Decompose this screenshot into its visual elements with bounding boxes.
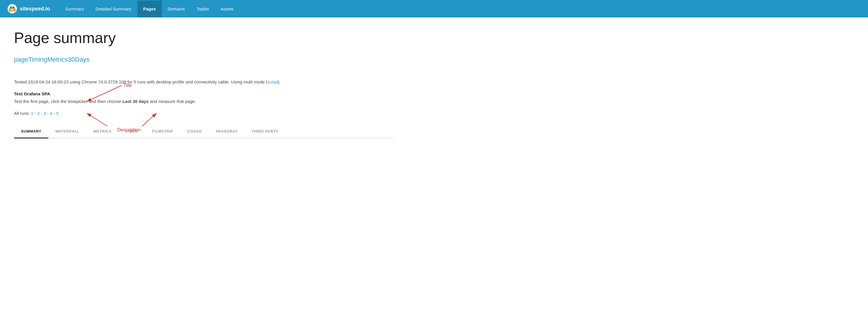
svg-point-10 xyxy=(9,8,11,12)
test-info-text: Tested 2019-04-24 16:00:23 using Chrome … xyxy=(14,78,394,85)
annotations-area: Title Description Test Grafana SPA Test … xyxy=(14,91,394,105)
test-info-end: ). xyxy=(278,79,280,84)
tab-waterfall[interactable]: WATERFALL xyxy=(48,125,87,138)
nav-link-detailed-summary[interactable]: Detailed Summary xyxy=(90,1,137,17)
page-title: Page summary xyxy=(14,29,394,46)
tab-summary[interactable]: SUMMARY xyxy=(14,125,48,138)
nav-item-assets[interactable]: Assets xyxy=(215,1,240,17)
main-nav: sitespeed.io Summary Detailed Summary Pa… xyxy=(0,0,868,17)
all-runs-label: All runs: xyxy=(14,111,30,116)
svg-point-8 xyxy=(13,7,14,7)
run-sep-2: - xyxy=(41,111,44,116)
svg-point-7 xyxy=(11,7,12,7)
tab-bar: SUMMARY WATERFALL METRICS VIDEO FILMSTRI… xyxy=(14,125,394,138)
svg-point-5 xyxy=(10,7,12,8)
nav-item-detailed-summary[interactable]: Detailed Summary xyxy=(90,1,137,17)
run-1-link[interactable]: 1 xyxy=(31,111,33,116)
script-desc-bold: Last 30 days xyxy=(123,99,149,104)
tab-third-party[interactable]: THIRD PARTY xyxy=(245,125,285,138)
tab-coach[interactable]: COACH xyxy=(180,125,209,138)
run-sep-1: - xyxy=(35,111,37,116)
svg-point-6 xyxy=(13,7,14,8)
nav-item-summary[interactable]: Summary xyxy=(59,1,90,17)
nav-menu: Summary Detailed Summary Pages Domains T… xyxy=(59,1,240,17)
main-content: Page summary pageTimingMetrics30Days Tes… xyxy=(0,17,407,150)
script-desc-prefix: Test the first page, click the timepicke… xyxy=(14,99,123,104)
run-5-link[interactable]: 5 xyxy=(56,111,59,116)
nav-item-pages[interactable]: Pages xyxy=(137,1,162,17)
script-link[interactable]: script xyxy=(268,79,278,84)
page-timing-link[interactable]: pageTimingMetrics30Days xyxy=(14,56,90,63)
run-3-link[interactable]: 3 xyxy=(44,111,46,116)
all-runs-line: All runs: 1 - 2 - 3 - 4 - 5 xyxy=(14,111,394,116)
nav-item-toplist[interactable]: Toplist xyxy=(191,1,215,17)
nav-link-domains[interactable]: Domains xyxy=(162,1,191,17)
svg-point-11 xyxy=(13,8,16,12)
nav-link-assets[interactable]: Assets xyxy=(215,1,240,17)
script-description: Test the first page, click the timepicke… xyxy=(14,98,394,105)
script-desc-suffix: and measure that page. xyxy=(149,99,196,104)
run-sep-4: - xyxy=(54,111,56,116)
run-4-link[interactable]: 4 xyxy=(50,111,52,116)
sitespeed-logo xyxy=(7,3,18,14)
nav-link-toplist[interactable]: Toplist xyxy=(191,1,215,17)
nav-link-pages[interactable]: Pages xyxy=(137,1,162,17)
run-2-link[interactable]: 2 xyxy=(37,111,39,116)
tab-pagexray[interactable]: PAGEXRAY xyxy=(209,125,245,138)
nav-brand-label: sitespeed.io xyxy=(20,6,50,12)
script-title: Test Grafana SPA xyxy=(14,91,394,96)
nav-item-domains[interactable]: Domains xyxy=(162,1,191,17)
annotations-svg: Title Description xyxy=(14,82,218,132)
nav-link-summary[interactable]: Summary xyxy=(59,1,90,17)
tab-filmstrip[interactable]: FILMSTRIP xyxy=(145,125,180,138)
nav-brand[interactable]: sitespeed.io xyxy=(7,3,50,14)
test-info-prefix: Tested 2019-04-24 16:00:23 using Chrome … xyxy=(14,79,268,84)
tab-metrics[interactable]: METRICS xyxy=(87,125,119,138)
tab-video[interactable]: VIDEO xyxy=(119,125,145,138)
